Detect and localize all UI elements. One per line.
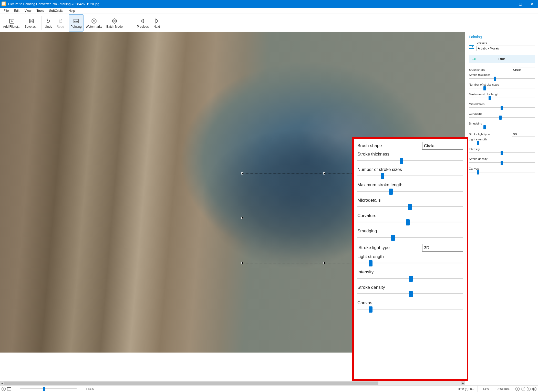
menu-help[interactable]: Help xyxy=(66,8,78,13)
fit-button[interactable] xyxy=(7,387,11,390)
light-strength-slider[interactable] xyxy=(357,260,463,266)
settings-icon[interactable] xyxy=(469,44,474,50)
canvas-label: Canvas xyxy=(469,167,535,170)
max-stroke-length-label: Maximum stroke length xyxy=(357,182,463,188)
scroll-left-arrow[interactable]: ◀ xyxy=(0,381,4,385)
brush-shape-select[interactable]: Circle xyxy=(512,67,535,72)
painting-icon xyxy=(73,17,80,25)
canvas-slider[interactable] xyxy=(469,170,535,174)
selection-handle[interactable] xyxy=(323,262,325,264)
selection-handle[interactable] xyxy=(241,217,243,219)
slider-thumb[interactable] xyxy=(409,276,413,282)
save-as-label: Save as... xyxy=(25,25,38,28)
next-button[interactable]: Next xyxy=(151,14,162,32)
smudging-slider[interactable] xyxy=(357,235,463,240)
slider-thumb[interactable] xyxy=(408,204,412,210)
stroke-density-slider[interactable] xyxy=(357,291,463,297)
scroll-right-arrow[interactable]: ▶ xyxy=(461,381,465,385)
batch-mode-button[interactable]: Batch Mode xyxy=(105,14,125,32)
slider-thumb[interactable] xyxy=(369,260,373,266)
canvas-slider[interactable] xyxy=(357,306,463,312)
zoom-out-button[interactable]: − xyxy=(13,387,17,391)
slider-thumb[interactable] xyxy=(499,116,502,120)
menu-softorbits[interactable]: SoftOrbits xyxy=(47,8,66,13)
slider-thumb[interactable] xyxy=(501,106,503,110)
social-twitter-icon[interactable]: t xyxy=(527,387,531,391)
menu-view[interactable]: View xyxy=(22,8,34,13)
maximize-button[interactable]: ▢ xyxy=(514,0,526,8)
stroke-density-slider[interactable] xyxy=(469,160,535,164)
stroke-thickness-slider[interactable] xyxy=(357,158,463,163)
selection-handle[interactable] xyxy=(241,262,243,264)
microdetails-label: Microdetails xyxy=(357,198,463,203)
num-stroke-sizes-slider[interactable] xyxy=(357,173,463,179)
max-stroke-length-slider[interactable] xyxy=(357,189,463,194)
zoom-in-button[interactable]: + xyxy=(80,387,84,391)
slider-thumb[interactable] xyxy=(406,219,410,225)
intensity-slider[interactable] xyxy=(357,276,463,281)
zoom-slider[interactable] xyxy=(20,388,77,389)
brush-shape-select[interactable]: Circle xyxy=(422,142,463,150)
smudging-slider[interactable] xyxy=(469,125,535,129)
social-youtube-icon[interactable]: ▶ xyxy=(532,387,536,391)
watermarks-button[interactable]: © Watermarks xyxy=(84,14,104,32)
stroke-thickness-slider[interactable] xyxy=(469,76,535,80)
add-files-button[interactable]: Add File(s)... xyxy=(1,14,22,32)
settings-callout: Brush shape Circle Stroke thickness Numb… xyxy=(352,137,468,381)
stroke-light-type-select[interactable]: 3D xyxy=(512,132,535,137)
undo-button[interactable]: Undo xyxy=(43,14,54,32)
curvature-slider[interactable] xyxy=(357,219,463,225)
slider-thumb[interactable] xyxy=(477,141,479,145)
painting-button[interactable]: Painting xyxy=(69,14,83,32)
slider-thumb[interactable] xyxy=(489,96,491,100)
scroll-thumb[interactable] xyxy=(4,381,378,385)
horizontal-scrollbar[interactable]: ◀ ▶ xyxy=(0,381,465,385)
redo-icon xyxy=(57,17,64,25)
add-files-label: Add File(s)... xyxy=(3,25,20,28)
curvature-slider[interactable] xyxy=(469,115,535,119)
stroke-light-type-select[interactable]: 3D xyxy=(422,244,463,252)
slider-thumb[interactable] xyxy=(483,125,486,129)
slider-thumb[interactable] xyxy=(409,291,413,297)
slider-thumb[interactable] xyxy=(369,306,373,313)
presets-select[interactable]: Artistic - Mosaic xyxy=(477,46,535,51)
social-facebook-icon[interactable]: f xyxy=(521,387,525,391)
previous-button[interactable]: Previous xyxy=(135,14,151,32)
minimize-button[interactable]: — xyxy=(503,0,514,8)
menu-edit[interactable]: Edit xyxy=(11,8,22,13)
light-strength-slider[interactable] xyxy=(469,141,535,145)
redo-button[interactable]: Redo xyxy=(55,14,66,32)
selection-handle[interactable] xyxy=(323,172,325,174)
social-info-icon[interactable]: i xyxy=(515,387,520,391)
slider-thumb[interactable] xyxy=(501,161,503,165)
zoom-thumb[interactable] xyxy=(43,387,45,391)
stroke-thickness-label: Stroke thickness xyxy=(357,152,463,157)
next-icon xyxy=(153,17,160,25)
title-bar: Picture to Painting Converter Pro - star… xyxy=(0,0,538,8)
slider-thumb[interactable] xyxy=(381,173,384,179)
microdetails-slider[interactable] xyxy=(357,204,463,210)
max-stroke-length-label: Maximum stroke length xyxy=(469,93,535,96)
close-button[interactable]: ✕ xyxy=(526,0,538,8)
run-button[interactable]: ➔ Run xyxy=(469,55,535,63)
slider-thumb[interactable] xyxy=(391,235,395,241)
slider-thumb[interactable] xyxy=(477,170,479,174)
info-icon[interactable]: i xyxy=(2,387,6,391)
slider-thumb[interactable] xyxy=(501,151,503,155)
slider-thumb[interactable] xyxy=(494,77,496,81)
slider-thumb[interactable] xyxy=(483,86,486,90)
max-stroke-length-slider[interactable] xyxy=(469,96,535,100)
toolbar: Add File(s)... Save as... Undo Redo Pain… xyxy=(0,14,538,32)
slider-thumb[interactable] xyxy=(389,189,393,195)
undo-icon xyxy=(45,17,52,25)
intensity-slider[interactable] xyxy=(469,151,535,155)
menu-file[interactable]: File xyxy=(1,8,11,13)
save-as-button[interactable]: Save as... xyxy=(23,14,40,32)
selection-handle[interactable] xyxy=(241,172,243,174)
menu-tools[interactable]: Tools xyxy=(34,8,47,13)
svg-text:©: © xyxy=(93,20,95,23)
slider-thumb[interactable] xyxy=(400,158,403,164)
presets-label: Presets xyxy=(477,42,535,45)
microdetails-slider[interactable] xyxy=(469,106,535,110)
num-stroke-sizes-slider[interactable] xyxy=(469,86,535,90)
